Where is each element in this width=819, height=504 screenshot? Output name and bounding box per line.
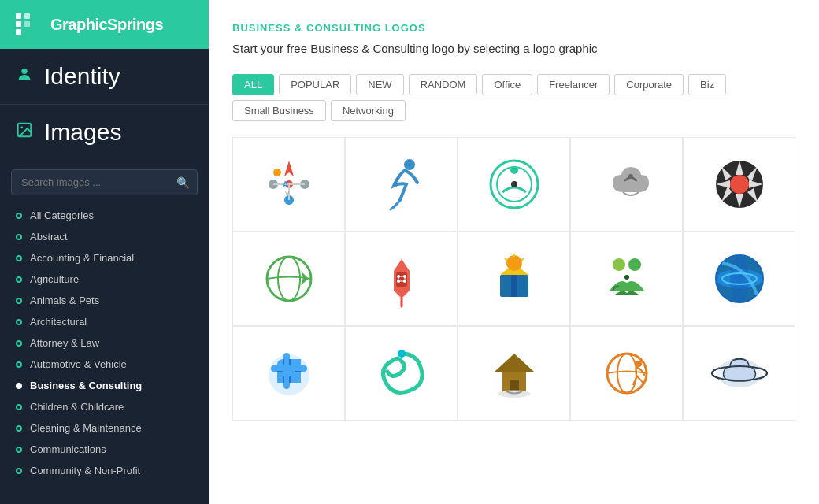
logo-cell-15[interactable] bbox=[683, 326, 795, 421]
sidebar-item-communications[interactable]: Communications bbox=[0, 439, 209, 460]
cat-bullet-agriculture bbox=[16, 276, 22, 283]
main-content: BUSINESS & CONSULTING LOGOS Start your f… bbox=[209, 0, 819, 504]
identity-label: Identity bbox=[44, 63, 120, 90]
filter-btn-new[interactable]: NEW bbox=[356, 74, 403, 95]
svg-rect-44 bbox=[511, 275, 517, 297]
svg-point-50 bbox=[730, 255, 749, 302]
svg-point-45 bbox=[613, 258, 625, 271]
logo-cell-3[interactable] bbox=[458, 137, 570, 232]
svg-point-5 bbox=[21, 69, 27, 74]
cat-bullet-accounting bbox=[16, 255, 22, 261]
cat-bullet-all bbox=[16, 213, 22, 219]
svg-point-13 bbox=[273, 169, 281, 176]
logo-grid: A V bbox=[232, 137, 795, 421]
search-icon: 🔍 bbox=[176, 176, 190, 189]
sidebar-item-animals[interactable]: Animals & Pets bbox=[0, 290, 209, 311]
cat-bullet-business bbox=[16, 383, 22, 389]
svg-text:V: V bbox=[285, 190, 290, 197]
svg-rect-2 bbox=[16, 29, 21, 35]
svg-rect-29 bbox=[396, 272, 407, 287]
cat-bullet-automotive bbox=[16, 361, 22, 368]
sidebar-item-architectural[interactable]: Architectural bbox=[0, 311, 209, 332]
logo-cell-13[interactable] bbox=[458, 326, 570, 421]
cat-bullet-cleaning bbox=[16, 425, 22, 432]
sidebar-item-children[interactable]: Children & Childcare bbox=[0, 396, 209, 417]
sidebar-item-abstract[interactable]: Abstract bbox=[0, 226, 209, 247]
image-icon bbox=[16, 121, 33, 143]
cat-label-all: All Categories bbox=[30, 209, 94, 221]
logo-cell-11[interactable] bbox=[232, 326, 345, 421]
sidebar-item-accounting[interactable]: Accounting & Financial bbox=[0, 247, 209, 269]
svg-rect-57 bbox=[510, 380, 519, 391]
svg-point-47 bbox=[624, 275, 629, 280]
sidebar-item-community[interactable]: Community & Non-Profit bbox=[0, 460, 209, 481]
cat-bullet-architectural bbox=[16, 319, 22, 325]
cat-bullet-communications bbox=[16, 447, 22, 453]
cat-label-abstract: Abstract bbox=[30, 231, 68, 243]
svg-point-26 bbox=[730, 175, 749, 194]
svg-point-28 bbox=[278, 257, 300, 301]
images-section[interactable]: Images bbox=[0, 105, 209, 160]
cat-label-agriculture: Agriculture bbox=[30, 273, 79, 285]
logo-cell-1[interactable]: A V bbox=[232, 137, 345, 232]
filter-btn-corporate[interactable]: Corporate bbox=[614, 74, 684, 95]
identity-section[interactable]: Identity bbox=[0, 49, 209, 104]
page-category-title: BUSINESS & CONSULTING LOGOS bbox=[232, 22, 795, 34]
sidebar-header: GraphicSprings bbox=[0, 0, 209, 49]
filter-btn-popular[interactable]: POPULAR bbox=[279, 74, 351, 95]
logo-cell-10[interactable] bbox=[683, 232, 795, 326]
svg-point-60 bbox=[617, 354, 636, 393]
filter-bar: ALLPOPULARNEWRANDOMOfficeFreelancerCorpo… bbox=[232, 74, 795, 121]
sidebar-item-automotive[interactable]: Automotive & Vehicle bbox=[0, 354, 209, 375]
search-input[interactable] bbox=[11, 169, 198, 195]
logo-cell-2[interactable] bbox=[345, 137, 458, 232]
filter-btn-freelancer[interactable]: Freelancer bbox=[537, 74, 610, 95]
sidebar-item-cleaning[interactable]: Cleaning & Maintenance bbox=[0, 417, 209, 439]
logo-icon bbox=[14, 10, 43, 39]
svg-rect-1 bbox=[16, 21, 21, 27]
logo-cell-4[interactable] bbox=[570, 137, 683, 232]
svg-line-42 bbox=[505, 258, 507, 261]
brand-name: GraphicSprings bbox=[50, 16, 163, 34]
svg-point-24 bbox=[628, 174, 633, 179]
sidebar-item-all[interactable]: All Categories bbox=[0, 205, 209, 226]
svg-point-59 bbox=[607, 354, 647, 393]
logo-cell-14[interactable] bbox=[570, 326, 683, 421]
filter-btn-biz[interactable]: Biz bbox=[688, 74, 726, 95]
cat-label-children: Children & Childcare bbox=[30, 401, 124, 413]
logo-cell-5[interactable] bbox=[683, 137, 795, 232]
cat-bullet-animals bbox=[16, 298, 22, 304]
cat-label-attorney: Attorney & Law bbox=[30, 337, 99, 349]
svg-line-43 bbox=[521, 258, 524, 261]
svg-rect-4 bbox=[24, 21, 30, 27]
cat-label-automotive: Automotive & Vehicle bbox=[30, 358, 127, 370]
svg-point-54 bbox=[398, 350, 406, 358]
svg-point-40 bbox=[506, 255, 522, 271]
logo-cell-6[interactable] bbox=[232, 232, 345, 326]
cat-bullet-abstract bbox=[16, 234, 22, 240]
cat-label-cleaning: Cleaning & Maintenance bbox=[30, 422, 142, 434]
logo-cell-8[interactable] bbox=[458, 232, 570, 326]
sidebar-item-agriculture[interactable]: Agriculture bbox=[0, 269, 209, 290]
filter-btn-all[interactable]: ALL bbox=[232, 74, 274, 95]
logo-cell-7[interactable] bbox=[345, 232, 458, 326]
svg-marker-55 bbox=[495, 354, 534, 372]
filter-btn-networking[interactable]: Networking bbox=[331, 100, 406, 121]
person-icon bbox=[16, 65, 33, 87]
svg-point-46 bbox=[628, 258, 641, 271]
svg-marker-9 bbox=[284, 161, 294, 176]
svg-point-61 bbox=[636, 361, 642, 367]
category-list: All Categories Abstract Accounting & Fin… bbox=[0, 205, 209, 504]
filter-btn-office[interactable]: Office bbox=[482, 74, 532, 95]
logo-cell-9[interactable] bbox=[570, 232, 683, 326]
svg-rect-3 bbox=[24, 13, 30, 19]
filter-btn-random[interactable]: RANDOM bbox=[409, 74, 478, 95]
images-label: Images bbox=[44, 119, 121, 146]
sidebar-item-attorney[interactable]: Attorney & Law bbox=[0, 332, 209, 354]
cat-bullet-attorney bbox=[16, 340, 22, 346]
filter-btn-small-business[interactable]: Small Business bbox=[232, 100, 326, 121]
sidebar: GraphicSprings Identity Images 🔍 All Cat… bbox=[0, 0, 209, 504]
svg-text:A: A bbox=[283, 180, 288, 189]
logo-cell-12[interactable] bbox=[345, 326, 458, 421]
sidebar-item-business[interactable]: Business & Consulting bbox=[0, 375, 209, 396]
